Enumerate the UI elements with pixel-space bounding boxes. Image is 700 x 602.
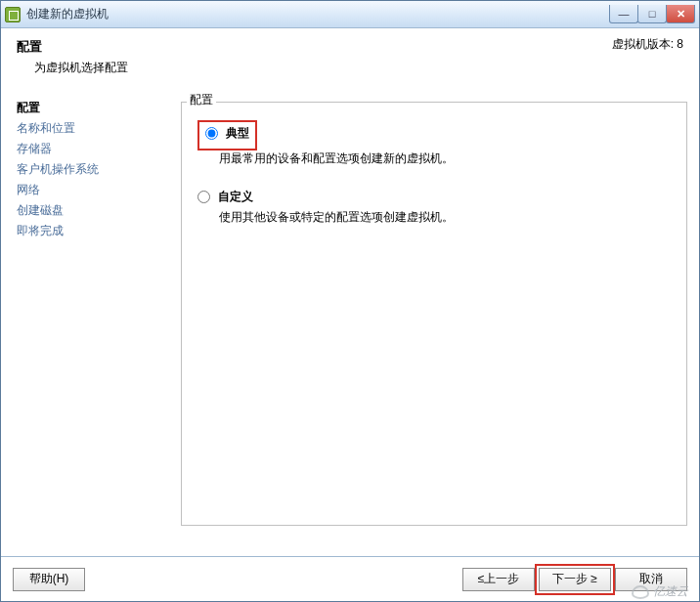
dialog-window: 创建新的虚拟机 — □ ✕ 虚拟机版本: 8 配置 为虚拟机选择配置 配置 名称… (0, 0, 700, 602)
content-area: 配置 名称和位置 存储器 客户机操作系统 网络 创建磁盘 即将完成 配置 典型 … (1, 88, 699, 556)
page-subtitle: 为虚拟机选择配置 (17, 60, 683, 76)
dialog-footer: 帮助(H) ≤上一步 下一步 ≥ 取消 (1, 556, 699, 601)
radio-custom-label: 自定义 (218, 189, 253, 205)
sidebar-item-storage[interactable]: 存储器 (17, 139, 173, 159)
sidebar-item-create-disk[interactable]: 创建磁盘 (17, 200, 173, 221)
watermark-text: 亿速云 (653, 583, 688, 600)
config-fieldset: 典型 用最常用的设备和配置选项创建新的虚拟机。 自定义 使用其他设备或特定的配置… (181, 102, 687, 526)
radio-custom-desc: 使用其他设备或特定的配置选项创建虚拟机。 (219, 209, 671, 226)
radio-typical[interactable] (205, 127, 218, 140)
app-icon (5, 7, 21, 22)
radio-typical-desc: 用最常用的设备和配置选项创建新的虚拟机。 (219, 150, 671, 167)
radio-typical-label: 典型 (226, 125, 249, 142)
page-title: 配置 (17, 38, 683, 56)
wizard-header: 虚拟机版本: 8 配置 为虚拟机选择配置 (1, 28, 699, 88)
titlebar: 创建新的虚拟机 — □ ✕ (1, 1, 699, 28)
radio-custom[interactable] (197, 191, 210, 203)
sidebar-item-ready[interactable]: 即将完成 (17, 221, 173, 241)
minimize-button[interactable]: — (609, 5, 638, 23)
help-button[interactable]: 帮助(H) (13, 568, 85, 591)
wizard-steps-sidebar: 配置 名称和位置 存储器 客户机操作系统 网络 创建磁盘 即将完成 (17, 96, 173, 556)
back-button[interactable]: ≤上一步 (462, 568, 535, 591)
next-highlight: 下一步 ≥ (535, 564, 615, 595)
sidebar-item-config[interactable]: 配置 (17, 98, 173, 118)
radio-typical-row[interactable]: 典型 (205, 125, 249, 142)
next-button[interactable]: 下一步 ≥ (539, 568, 611, 591)
sidebar-item-guest-os[interactable]: 客户机操作系统 (17, 159, 173, 180)
main-panel: 配置 典型 用最常用的设备和配置选项创建新的虚拟机。 自定义 使用其他设备或特定… (181, 96, 687, 556)
window-controls: — □ ✕ (610, 5, 695, 23)
sidebar-item-name-location[interactable]: 名称和位置 (17, 118, 173, 139)
watermark-icon (632, 585, 649, 599)
vm-version-label: 虚拟机版本: 8 (612, 36, 683, 53)
radio-custom-row[interactable]: 自定义 (197, 189, 671, 205)
window-title: 创建新的虚拟机 (26, 6, 610, 22)
watermark: 亿速云 (632, 583, 688, 600)
panel-legend: 配置 (187, 92, 216, 108)
maximize-button[interactable]: □ (637, 5, 667, 23)
sidebar-item-network[interactable]: 网络 (17, 180, 173, 200)
typical-highlight: 典型 (197, 120, 257, 150)
close-button[interactable]: ✕ (666, 5, 695, 23)
